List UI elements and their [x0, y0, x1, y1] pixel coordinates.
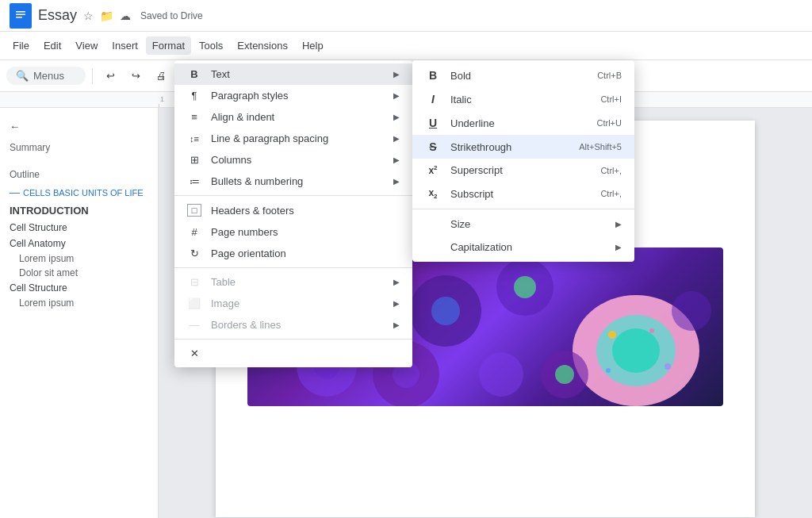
menu-extensions[interactable]: Extensions — [231, 36, 294, 55]
format-menu-borders[interactable]: — Borders & lines ▶ — [174, 314, 412, 336]
superscript-shortcut: Ctrl+, — [600, 166, 622, 175]
outline-item-cell-structure-2[interactable]: Cell Structure — [0, 280, 158, 296]
subscript-icon: x2 — [425, 187, 441, 200]
format-menu-page-orientation[interactable]: ↻ Page orientation — [174, 243, 412, 264]
text-submenu-superscript[interactable]: x2 Superscript Ctrl+, — [412, 159, 634, 182]
bold-label: Bold — [450, 70, 588, 82]
svg-point-31 — [649, 328, 654, 333]
format-menu-align[interactable]: ≡ Align & indent ▶ — [174, 106, 412, 128]
format-menu-paragraph-styles[interactable]: ¶ Paragraph styles ▶ — [174, 85, 412, 106]
search-label: Menus — [33, 70, 64, 82]
svg-point-29 — [612, 328, 660, 373]
undo-button[interactable]: ↩ — [99, 65, 121, 87]
page-orientation-icon: ↻ — [187, 247, 201, 259]
format-menu-image[interactable]: ⬜ Image ▶ — [174, 293, 412, 314]
bullets-arrow-icon: ▶ — [393, 177, 400, 186]
format-menu-headers[interactable]: □ Headers & footers — [174, 199, 412, 221]
format-menu-line-spacing[interactable]: ↕≡ Line & paragraph spacing ▶ — [174, 128, 412, 149]
text-submenu-size[interactable]: Size ▶ — [412, 213, 634, 236]
menu-file[interactable]: File — [6, 36, 36, 55]
headers-icon: □ — [187, 204, 201, 217]
text-submenu-underline[interactable]: U Underline Ctrl+U — [412, 111, 634, 135]
text-submenu-italic[interactable]: I Italic Ctrl+I — [412, 87, 634, 111]
menu-help[interactable]: Help — [296, 36, 330, 55]
summary-section-label: Summary — [0, 136, 158, 156]
outline-item-cell-structure-1[interactable]: Cell Structure — [0, 220, 158, 236]
format-sep-3 — [174, 339, 412, 340]
format-menu-page-numbers[interactable]: # Page numbers — [174, 221, 412, 243]
menu-format[interactable]: Format — [146, 36, 191, 55]
format-menu-columns[interactable]: ⊞ Columns ▶ — [174, 149, 412, 171]
cloud-icon: ☁ — [120, 10, 131, 22]
outline-cells-label: CELLS BASIC UNITS OF LIFE — [23, 188, 144, 198]
size-label: Size — [450, 218, 606, 230]
image-arrow-icon: ▶ — [393, 299, 400, 308]
text-submenu-sep — [412, 209, 634, 209]
bullets-icon: ≔ — [187, 175, 201, 187]
outline-section-label: Outline — [0, 163, 158, 183]
italic-label: Italic — [450, 94, 591, 106]
bold-shortcut: Ctrl+B — [597, 71, 622, 80]
size-arrow-icon: ▶ — [615, 220, 622, 228]
table-arrow-icon: ▶ — [393, 278, 400, 286]
subscript-shortcut: Ctrl+, — [600, 189, 622, 198]
redo-button[interactable]: ↪ — [124, 65, 147, 87]
strikethrough-label: Strikethrough — [450, 141, 569, 153]
menus-search[interactable]: 🔍 Menus — [6, 67, 86, 85]
svg-point-20 — [431, 297, 460, 325]
underline-shortcut: Ctrl+U — [597, 118, 622, 128]
outline-item-lorem-1[interactable]: Lorem ipsum — [0, 251, 158, 266]
strikethrough-icon: S — [425, 140, 441, 153]
search-icon: 🔍 — [16, 70, 29, 82]
format-table-label: Table — [211, 276, 384, 288]
doc-title: Essay — [38, 7, 77, 24]
columns-arrow-icon: ▶ — [393, 155, 400, 164]
text-submenu-strikethrough[interactable]: S Strikethrough Alt+Shift+5 — [412, 135, 634, 159]
menu-view[interactable]: View — [69, 36, 104, 55]
menu-insert[interactable]: Insert — [105, 36, 144, 55]
outline-cells-heading[interactable]: — CELLS BASIC UNITS OF LIFE — [0, 183, 158, 201]
text-submenu-capitalization[interactable]: Capitalization ▶ — [412, 236, 634, 259]
text-submenu-bold[interactable]: B Bold Ctrl+B — [412, 63, 634, 87]
text-submenu: B Bold Ctrl+B I Italic Ctrl+I U Underlin… — [412, 60, 634, 262]
print-button[interactable]: 🖨 — [150, 65, 172, 87]
svg-rect-0 — [13, 7, 28, 25]
format-sep-2 — [174, 267, 412, 268]
outline-item-lorem-2[interactable]: Lorem ipsum — [0, 296, 158, 310]
line-spacing-icon: ↕≡ — [187, 134, 201, 144]
columns-icon: ⊞ — [187, 154, 201, 166]
svg-text:1: 1 — [160, 95, 164, 103]
outline-dash-icon: — — [10, 186, 20, 198]
svg-point-37 — [479, 352, 523, 397]
underline-label: Underline — [450, 117, 588, 129]
toolbar-sep-1 — [92, 68, 93, 84]
menu-tools[interactable]: Tools — [193, 36, 229, 55]
line-spacing-arrow-icon: ▶ — [393, 134, 400, 143]
menu-bar: File Edit View Insert Format Tools Exten… — [0, 32, 812, 60]
folder-icon[interactable]: 📁 — [100, 10, 113, 22]
paragraph-icon: ¶ — [187, 90, 201, 102]
outline-intro-heading[interactable]: INTRODUCTION — [0, 201, 158, 220]
format-sep-1 — [174, 195, 412, 196]
saved-status: Saved to Drive — [140, 10, 203, 21]
text-submenu-subscript[interactable]: x2 Subscript Ctrl+, — [412, 182, 634, 205]
capitalization-label: Capitalization — [450, 241, 606, 253]
format-page-orientation-label: Page orientation — [211, 247, 400, 259]
format-menu-bullets[interactable]: ≔ Bullets & numbering ▶ — [174, 171, 412, 192]
format-menu-table[interactable]: ⊟ Table ▶ — [174, 271, 412, 293]
outline-item-dolor[interactable]: Dolor sit amet — [0, 266, 158, 280]
strikethrough-shortcut: Alt+Shift+5 — [579, 142, 622, 152]
bold-icon: B — [425, 69, 441, 82]
menu-edit[interactable]: Edit — [37, 36, 67, 55]
clear-formatting-icon: ✕ — [187, 347, 201, 359]
paragraph-arrow-icon: ▶ — [393, 91, 400, 100]
sidebar-back-button[interactable]: ← — [0, 117, 158, 136]
format-menu-clear-formatting[interactable]: ✕ — [174, 343, 412, 364]
outline-item-cell-anatomy[interactable]: Cell Anatomy — [0, 236, 158, 251]
svg-point-32 — [665, 363, 671, 370]
format-menu-text[interactable]: B Text ▶ — [174, 63, 412, 85]
italic-shortcut: Ctrl+I — [600, 94, 622, 104]
borders-icon: — — [187, 319, 201, 331]
svg-point-26 — [514, 276, 536, 298]
star-icon[interactable]: ☆ — [83, 10, 94, 22]
